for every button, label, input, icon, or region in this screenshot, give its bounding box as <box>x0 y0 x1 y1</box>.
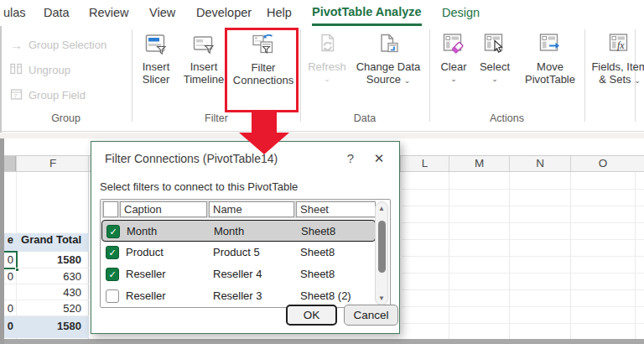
checkbox-checked-icon[interactable]: ✓ <box>106 225 120 238</box>
window-bottom-edge <box>0 339 644 344</box>
annotation-arrow <box>252 112 277 133</box>
cell-value: 430 <box>16 284 86 300</box>
group-divider <box>132 29 132 122</box>
pivot-row[interactable]: 0 630 <box>0 268 89 284</box>
window-left-edge <box>0 26 2 133</box>
scrollbar-thumb[interactable] <box>378 221 386 273</box>
chevron-down-icon: ⌄ <box>324 75 330 83</box>
column-header-m[interactable]: M <box>449 156 509 171</box>
insert-timeline-label: Insert Timeline <box>179 60 228 86</box>
select-icon <box>484 33 506 58</box>
column-header-o[interactable]: O <box>570 156 635 171</box>
ungroup-button: Ungroup <box>10 60 70 80</box>
window-left-edge <box>0 138 4 344</box>
caption-cell: Reseller <box>126 263 208 285</box>
caption-cell: Month <box>127 221 209 241</box>
group-selection-button: → Group Selection <box>10 34 106 55</box>
scroll-down-icon[interactable]: ▼ <box>376 294 387 302</box>
change-data-source-text: Change Data Source <box>356 60 421 86</box>
clear-button[interactable]: Clear ⌄ <box>434 33 473 83</box>
tab-formulas-partial[interactable]: ulas <box>3 0 26 26</box>
cell-value: 520 <box>16 300 86 315</box>
dialog-subtitle: Select filters to connect to this PivotT… <box>100 180 298 193</box>
scrollbar[interactable]: ▲ ▼ <box>375 201 388 305</box>
ribbon-bottom-strip <box>0 133 644 138</box>
refresh-label: Refresh <box>308 60 346 73</box>
list-item-reseller-4[interactable]: ✓ Reseller Reseller 4 Sheet8 <box>101 263 376 285</box>
name-column-header: Name <box>209 201 294 217</box>
actions-group-label: Actions <box>429 112 584 124</box>
tab-design[interactable]: Design <box>442 0 480 26</box>
checkbox-checked-icon[interactable]: ✓ <box>106 246 119 259</box>
pivot-grand-total-row[interactable]: 0 1580 <box>0 316 89 338</box>
tab-data[interactable]: Data <box>44 0 70 26</box>
close-icon[interactable]: ✕ <box>368 149 390 169</box>
name-cell: Reseller 4 <box>213 263 295 285</box>
column-header-l[interactable]: L <box>400 156 449 171</box>
ok-button[interactable]: OK <box>286 305 337 326</box>
insert-slicer-label: Insert Slicer <box>134 60 178 86</box>
scroll-up-icon[interactable]: ▲ <box>376 205 387 212</box>
group-divider <box>429 29 430 122</box>
checkbox-unchecked-icon[interactable] <box>106 289 119 303</box>
refresh-icon <box>316 33 339 58</box>
fill-handle[interactable] <box>15 268 19 272</box>
list-item-product[interactable]: ✓ Product Product 5 Sheet8 <box>101 242 376 263</box>
pivot-header-row[interactable]: e Grand Total <box>0 233 89 252</box>
filter-list: Caption Name Sheet ✓ Month Month Sheet8 … <box>100 199 391 308</box>
annotation-highlight-box <box>225 28 299 112</box>
change-data-source-icon <box>377 33 400 58</box>
ungroup-icon <box>10 63 23 77</box>
data-group-label: Data <box>300 112 429 124</box>
tab-developer[interactable]: Developer <box>196 0 252 26</box>
grand-total-header: Grand Total <box>16 233 86 252</box>
column-header-f[interactable]: F <box>16 156 89 171</box>
chevron-down-icon: ⌄ <box>404 76 411 85</box>
sheet-cell: Sheet8 <box>301 221 373 241</box>
sheet-cell: Sheet8 <box>300 242 372 263</box>
gridline <box>402 256 644 257</box>
pivot-row[interactable]: 0 520 <box>0 300 89 316</box>
excel-window: ulas Data Review View Developer Help Piv… <box>0 0 644 344</box>
fields-items-sets-label: Fields, Item & Sets ⌄ <box>589 60 644 87</box>
group-divider <box>300 29 301 122</box>
gridline <box>402 222 644 223</box>
list-item-month[interactable]: ✓ Month Month Sheet8 <box>101 220 376 242</box>
insert-slicer-icon <box>145 33 168 58</box>
cancel-button[interactable]: Cancel <box>344 305 398 326</box>
tab-review[interactable]: Review <box>89 0 129 26</box>
help-icon[interactable]: ? <box>341 149 360 168</box>
selected-cell-border <box>3 251 18 269</box>
move-pivottable-button[interactable]: Move PivotTable <box>518 33 582 86</box>
cell-value: 1580 <box>16 252 86 268</box>
fields-items-sets-button[interactable]: fx Fields, Item & Sets ⌄ <box>589 33 644 87</box>
clear-label: Clear <box>440 60 466 73</box>
change-data-source-button[interactable]: Change Data Source ⌄ <box>349 33 428 87</box>
tab-pivottable-analyze[interactable]: PivotTable Analyze <box>312 0 422 26</box>
caption-column-header: Caption <box>120 201 207 217</box>
sheet-cell: Sheet8 <box>300 263 372 285</box>
list-item-reseller-3[interactable]: Reseller Reseller 3 Sheet8 (2) <box>101 285 376 307</box>
ribbon: → Group Selection Ungroup 7 Group Field … <box>0 26 644 132</box>
cell-value: 1580 <box>16 316 86 338</box>
name-cell: Product 5 <box>213 242 295 263</box>
insert-timeline-button[interactable]: Insert Timeline <box>179 33 228 86</box>
select-button[interactable]: Select ⌄ <box>475 33 515 83</box>
insert-slicer-button[interactable]: Insert Slicer <box>134 33 178 86</box>
sheet-column-header: Sheet <box>296 201 376 217</box>
name-cell: Reseller 3 <box>213 285 295 307</box>
tab-view[interactable]: View <box>149 0 175 26</box>
insert-timeline-icon <box>193 33 216 58</box>
checkbox-checked-icon[interactable]: ✓ <box>106 268 119 281</box>
group-field-icon: 7 <box>10 88 23 102</box>
annotation-arrow-head <box>239 133 289 154</box>
filter-connections-dialog: Filter Connections (PivotTable14) ? ✕ Se… <box>91 141 400 334</box>
tab-help[interactable]: Help <box>267 0 292 26</box>
group-field-label: Group Field <box>29 89 86 102</box>
pivot-row[interactable]: 430 <box>0 284 89 300</box>
ribbon-tab-bar: ulas Data Review View Developer Help Piv… <box>0 0 644 26</box>
chevron-down-icon: ⌄ <box>450 75 457 83</box>
name-cell: Month <box>214 221 296 241</box>
clear-icon <box>443 33 465 58</box>
column-header-n[interactable]: N <box>509 156 570 171</box>
